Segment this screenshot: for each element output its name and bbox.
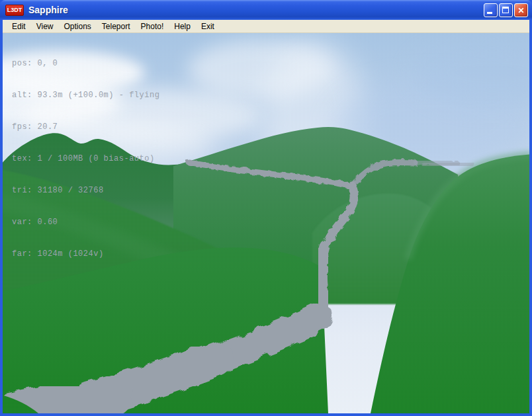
- titlebar[interactable]: L3DT Sapphire ✕: [0, 0, 532, 20]
- app-icon-label: L3DT: [7, 7, 22, 13]
- menu-item-edit[interactable]: Edit: [7, 21, 31, 32]
- hud-line-pos: pos: 0, 0: [12, 58, 159, 69]
- app-icon: L3DT: [5, 5, 24, 16]
- hud-overlay: pos: 0, 0 alt: 93.3m (+100.0m) - flying …: [12, 37, 159, 280]
- maximize-button[interactable]: [499, 3, 513, 17]
- menu-item-photo[interactable]: Photo!: [136, 21, 169, 32]
- hud-line-tex: tex: 1 / 100MB (0 bias-auto): [12, 153, 159, 164]
- maximize-icon: [502, 7, 509, 13]
- close-icon: ✕: [517, 7, 524, 15]
- hud-line-fps: fps: 20.7: [12, 122, 159, 132]
- minimize-icon: [487, 12, 492, 14]
- terrain-viewport[interactable]: pos: 0, 0 alt: 93.3m (+100.0m) - flying …: [3, 33, 529, 413]
- hud-line-far: far: 1024m (1024v): [12, 249, 159, 259]
- menu-item-teleport[interactable]: Teleport: [97, 21, 136, 32]
- menu-item-help[interactable]: Help: [169, 21, 196, 32]
- hud-line-alt: alt: 93.3m (+100.0m) - flying: [12, 90, 159, 101]
- window-controls: ✕: [484, 3, 528, 17]
- minimize-button[interactable]: [484, 3, 498, 17]
- window-title: Sapphire: [28, 5, 68, 15]
- menu-item-options[interactable]: Options: [58, 21, 96, 32]
- app-window: L3DT Sapphire ✕ Edit View Options Telepo…: [0, 0, 532, 416]
- close-button[interactable]: ✕: [514, 3, 528, 17]
- hud-line-var: var: 0.60: [12, 217, 159, 228]
- menubar: Edit View Options Teleport Photo! Help E…: [3, 20, 529, 33]
- menu-item-exit[interactable]: Exit: [196, 21, 220, 32]
- hud-line-tri: tri: 31180 / 32768: [12, 185, 159, 196]
- menu-item-view[interactable]: View: [31, 21, 59, 32]
